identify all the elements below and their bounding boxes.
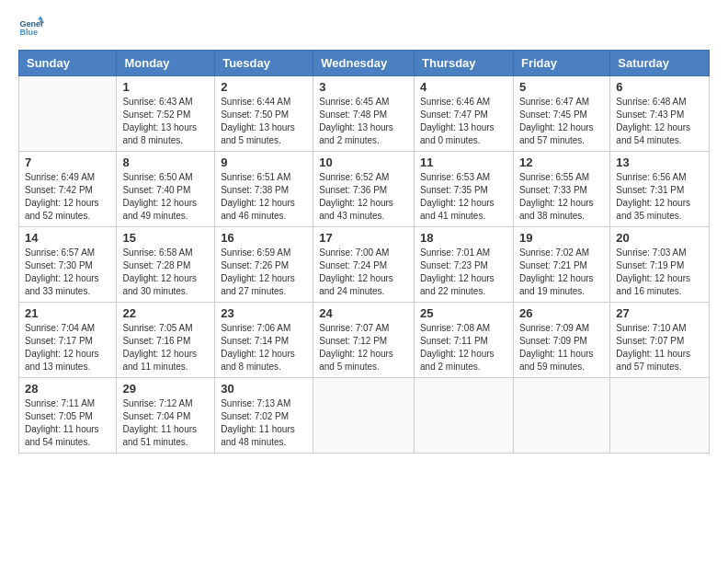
calendar-cell: 25Sunrise: 7:08 AMSunset: 7:11 PMDayligh… [415, 303, 514, 378]
calendar-cell: 26Sunrise: 7:09 AMSunset: 7:09 PMDayligh… [513, 303, 609, 378]
calendar-cell: 20Sunrise: 7:03 AMSunset: 7:19 PMDayligh… [610, 227, 710, 303]
calendar-cell: 4Sunrise: 6:46 AMSunset: 7:47 PMDaylight… [415, 76, 514, 152]
logo: General Blue [18, 15, 44, 40]
calendar-week-1: 1Sunrise: 6:43 AMSunset: 7:52 PMDaylight… [19, 76, 710, 152]
calendar-cell: 6Sunrise: 6:48 AMSunset: 7:43 PMDaylight… [610, 76, 710, 152]
day-number: 7 [25, 155, 110, 169]
calendar-cell: 3Sunrise: 6:45 AMSunset: 7:48 PMDaylight… [313, 76, 415, 152]
day-number: 27 [616, 306, 703, 320]
calendar-cell: 7Sunrise: 6:49 AMSunset: 7:42 PMDaylight… [19, 152, 117, 227]
svg-text:Blue: Blue [19, 28, 38, 37]
day-number: 21 [25, 306, 110, 320]
day-info: Sunrise: 7:03 AMSunset: 7:19 PMDaylight:… [616, 247, 703, 298]
day-info: Sunrise: 6:50 AMSunset: 7:40 PMDaylight:… [122, 171, 209, 223]
day-info: Sunrise: 7:00 AMSunset: 7:24 PMDaylight:… [319, 247, 408, 298]
day-number: 22 [122, 306, 209, 320]
day-info: Sunrise: 7:12 AMSunset: 7:04 PMDaylight:… [122, 397, 209, 449]
calendar-cell: 11Sunrise: 6:53 AMSunset: 7:35 PMDayligh… [415, 152, 514, 227]
calendar-cell: 5Sunrise: 6:47 AMSunset: 7:45 PMDaylight… [513, 76, 609, 152]
calendar-cell [610, 378, 710, 454]
day-info: Sunrise: 6:59 AMSunset: 7:26 PMDaylight:… [221, 247, 307, 298]
weekday-header-friday: Friday [513, 51, 609, 76]
day-number: 10 [319, 155, 408, 169]
calendar-cell [513, 378, 609, 454]
day-info: Sunrise: 7:10 AMSunset: 7:07 PMDaylight:… [616, 322, 703, 373]
calendar-cell: 17Sunrise: 7:00 AMSunset: 7:24 PMDayligh… [313, 227, 415, 303]
calendar-cell: 24Sunrise: 7:07 AMSunset: 7:12 PMDayligh… [313, 303, 415, 378]
day-info: Sunrise: 6:52 AMSunset: 7:36 PMDaylight:… [319, 171, 408, 223]
day-info: Sunrise: 6:49 AMSunset: 7:42 PMDaylight:… [25, 171, 110, 223]
calendar-cell [313, 378, 415, 454]
calendar-cell [415, 378, 514, 454]
page-header: General Blue [18, 15, 710, 40]
calendar-cell: 23Sunrise: 7:06 AMSunset: 7:14 PMDayligh… [215, 303, 313, 378]
calendar-cell: 10Sunrise: 6:52 AMSunset: 7:36 PMDayligh… [313, 152, 415, 227]
day-number: 9 [221, 155, 307, 169]
day-number: 28 [25, 382, 110, 396]
day-number: 2 [221, 80, 307, 94]
day-info: Sunrise: 6:55 AMSunset: 7:33 PMDaylight:… [519, 171, 604, 223]
day-number: 29 [122, 382, 209, 396]
calendar-cell: 22Sunrise: 7:05 AMSunset: 7:16 PMDayligh… [117, 303, 215, 378]
day-info: Sunrise: 6:44 AMSunset: 7:50 PMDaylight:… [221, 96, 307, 147]
day-info: Sunrise: 6:57 AMSunset: 7:30 PMDaylight:… [25, 247, 110, 298]
calendar-cell: 13Sunrise: 6:56 AMSunset: 7:31 PMDayligh… [610, 152, 710, 227]
day-number: 4 [420, 80, 507, 94]
day-number: 20 [616, 231, 703, 245]
calendar-cell: 16Sunrise: 6:59 AMSunset: 7:26 PMDayligh… [215, 227, 313, 303]
calendar-cell: 19Sunrise: 7:02 AMSunset: 7:21 PMDayligh… [513, 227, 609, 303]
calendar-cell: 15Sunrise: 6:58 AMSunset: 7:28 PMDayligh… [117, 227, 215, 303]
day-info: Sunrise: 6:43 AMSunset: 7:52 PMDaylight:… [122, 96, 209, 147]
calendar-body: 1Sunrise: 6:43 AMSunset: 7:52 PMDaylight… [19, 76, 710, 454]
calendar-cell: 29Sunrise: 7:12 AMSunset: 7:04 PMDayligh… [117, 378, 215, 454]
weekday-header-wednesday: Wednesday [313, 51, 415, 76]
day-info: Sunrise: 6:58 AMSunset: 7:28 PMDaylight:… [122, 247, 209, 298]
calendar-cell: 2Sunrise: 6:44 AMSunset: 7:50 PMDaylight… [215, 76, 313, 152]
weekday-header-monday: Monday [117, 51, 215, 76]
calendar-week-5: 28Sunrise: 7:11 AMSunset: 7:05 PMDayligh… [19, 378, 710, 454]
day-number: 23 [221, 306, 307, 320]
day-info: Sunrise: 7:08 AMSunset: 7:11 PMDaylight:… [420, 322, 507, 373]
day-info: Sunrise: 6:56 AMSunset: 7:31 PMDaylight:… [616, 171, 703, 223]
day-info: Sunrise: 6:53 AMSunset: 7:35 PMDaylight:… [420, 171, 507, 223]
day-info: Sunrise: 7:05 AMSunset: 7:16 PMDaylight:… [122, 322, 209, 373]
day-number: 8 [122, 155, 209, 169]
day-number: 5 [519, 80, 604, 94]
day-info: Sunrise: 6:46 AMSunset: 7:47 PMDaylight:… [420, 96, 507, 147]
day-number: 17 [319, 231, 408, 245]
day-number: 13 [616, 155, 703, 169]
day-number: 16 [221, 231, 307, 245]
calendar-cell: 14Sunrise: 6:57 AMSunset: 7:30 PMDayligh… [19, 227, 117, 303]
day-info: Sunrise: 6:51 AMSunset: 7:38 PMDaylight:… [221, 171, 307, 223]
day-number: 30 [221, 382, 307, 396]
calendar-cell: 28Sunrise: 7:11 AMSunset: 7:05 PMDayligh… [19, 378, 117, 454]
day-info: Sunrise: 7:13 AMSunset: 7:02 PMDaylight:… [221, 397, 307, 449]
day-number: 19 [519, 231, 604, 245]
calendar-table: SundayMondayTuesdayWednesdayThursdayFrid… [18, 50, 710, 454]
day-number: 3 [319, 80, 408, 94]
day-info: Sunrise: 7:02 AMSunset: 7:21 PMDaylight:… [519, 247, 604, 298]
weekday-header-thursday: Thursday [415, 51, 514, 76]
svg-marker-2 [38, 16, 43, 19]
day-info: Sunrise: 7:11 AMSunset: 7:05 PMDaylight:… [25, 397, 110, 449]
day-info: Sunrise: 7:06 AMSunset: 7:14 PMDaylight:… [221, 322, 307, 373]
day-info: Sunrise: 7:09 AMSunset: 7:09 PMDaylight:… [519, 322, 604, 373]
calendar-cell: 12Sunrise: 6:55 AMSunset: 7:33 PMDayligh… [513, 152, 609, 227]
day-info: Sunrise: 7:01 AMSunset: 7:23 PMDaylight:… [420, 247, 507, 298]
calendar-week-3: 14Sunrise: 6:57 AMSunset: 7:30 PMDayligh… [19, 227, 710, 303]
day-number: 15 [122, 231, 209, 245]
weekday-header-saturday: Saturday [610, 51, 710, 76]
weekday-header-tuesday: Tuesday [215, 51, 313, 76]
day-number: 18 [420, 231, 507, 245]
day-info: Sunrise: 6:47 AMSunset: 7:45 PMDaylight:… [519, 96, 604, 147]
day-number: 14 [25, 231, 110, 245]
day-number: 6 [616, 80, 703, 94]
day-info: Sunrise: 7:07 AMSunset: 7:12 PMDaylight:… [319, 322, 408, 373]
day-number: 26 [519, 306, 604, 320]
calendar-cell: 9Sunrise: 6:51 AMSunset: 7:38 PMDaylight… [215, 152, 313, 227]
day-number: 12 [519, 155, 604, 169]
calendar-cell: 30Sunrise: 7:13 AMSunset: 7:02 PMDayligh… [215, 378, 313, 454]
calendar-header-row: SundayMondayTuesdayWednesdayThursdayFrid… [19, 51, 710, 76]
calendar-cell: 21Sunrise: 7:04 AMSunset: 7:17 PMDayligh… [19, 303, 117, 378]
day-number: 25 [420, 306, 507, 320]
